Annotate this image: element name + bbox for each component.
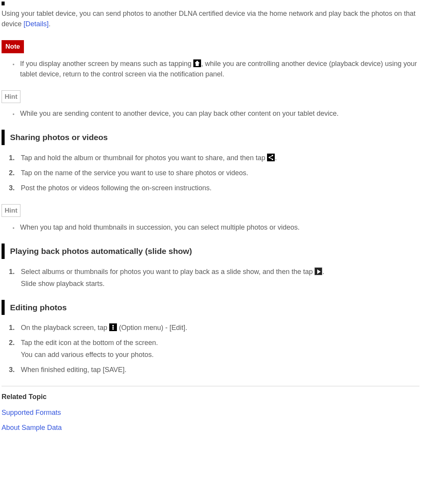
step-subtext: You can add various effects to your phot… [21,350,419,360]
section-accent-bar [2,2,5,5]
svg-line-5 [270,158,272,159]
step-subtext: Slide show playback starts. [21,279,419,289]
svg-rect-7 [112,325,114,326]
svg-marker-0 [194,61,200,66]
note-text-before: If you display another screen by means s… [20,60,193,68]
editing-heading: Editing photos [2,300,419,315]
sharing-step-1: Tap and hold the album or thumbnail for … [19,153,419,163]
step-text-after: . [322,268,324,276]
sharing-step-3: Post the photos or videos following the … [19,183,419,193]
step-text-before: Tap and hold the album or thumbnail for … [21,154,267,162]
slideshow-step-1: Select albums or thumbnails for photos y… [19,267,419,289]
details-link[interactable]: [Details] [24,20,49,28]
hint-item: When you tap and hold thumbnails in succ… [19,222,419,233]
related-link-supported-formats[interactable]: Supported Formats [2,408,419,418]
step-text-after: . [275,154,277,162]
note-item: If you display another screen by means s… [19,59,419,79]
note-list: If you display another screen by means s… [2,59,419,79]
related-link-sample-data[interactable]: About Sample Data [2,423,419,433]
step-text-after: (Option menu) - [Edit]. [117,324,187,331]
hint-badge: Hint [2,90,20,103]
slideshow-heading: Playing back photos automatically (slide… [2,244,419,259]
share-icon [267,154,275,161]
note-badge: Note [2,40,24,53]
svg-rect-9 [112,328,114,330]
editing-step-2: Tap the edit icon at the bottom of the s… [19,338,419,360]
hint-list: While you are sending content to another… [2,108,419,119]
hint-badge: Hint [2,204,20,217]
sharing-steps: Tap and hold the album or thumbnail for … [2,153,419,193]
step-text-before: Select albums or thumbnails for photos y… [21,268,314,276]
step-text-before: On the playback screen, tap [21,324,109,331]
editing-steps: On the playback screen, tap (Option menu… [2,323,419,375]
slideshow-steps: Select albums or thumbnails for photos y… [2,267,419,289]
options-menu-icon [109,323,117,331]
hint-item: While you are sending content to another… [19,108,419,119]
step-text: Tap the edit icon at the bottom of the s… [21,339,158,347]
editing-step-1: On the playback screen, tap (Option menu… [19,323,419,333]
svg-marker-6 [317,269,321,274]
editing-step-3: When finished editing, tap [SAVE]. [19,365,419,375]
svg-rect-8 [112,327,114,328]
hint-list: When you tap and hold thumbnails in succ… [2,222,419,233]
intro-text-after: . [49,20,51,28]
home-icon [193,59,201,67]
related-topic-heading: Related Topic [2,392,419,402]
intro-text-before: Using your tablet device, you can send p… [2,10,416,28]
divider [2,386,419,386]
sharing-step-2: Tap on the name of the service you want … [19,168,419,178]
play-slideshow-icon [314,267,322,275]
sharing-heading: Sharing photos or videos [2,130,419,145]
intro-paragraph: Using your tablet device, you can send p… [2,8,419,29]
svg-line-4 [270,156,272,157]
